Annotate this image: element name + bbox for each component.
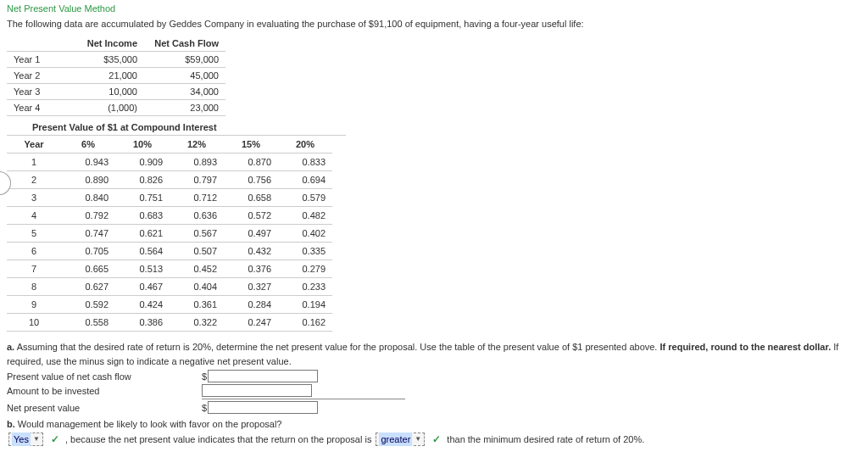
page-title: Net Present Value Method — [7, 3, 861, 14]
pv-cell: 10 — [7, 314, 61, 332]
pv-cell: 0.579 — [278, 189, 332, 207]
pv-cell: 9 — [7, 296, 61, 314]
year-cell: Year 3 — [7, 84, 63, 100]
col-net-income: Net Income — [63, 36, 144, 52]
pv-cell: 0.792 — [61, 207, 115, 225]
pv-cell: 0.284 — [224, 296, 278, 314]
pv-cell: 0.513 — [115, 260, 170, 278]
pv-cell: 0.194 — [278, 296, 332, 314]
dropdown-yes-no[interactable]: Yes ▼ — [8, 432, 43, 446]
check-icon: ✓ — [432, 433, 441, 445]
pv-cell: 0.826 — [115, 171, 170, 189]
question-b: b. Would management be likely to look wi… — [7, 417, 861, 432]
b-mid-text: , because the net present value indicate… — [63, 434, 375, 444]
pv-cell: 0.558 — [61, 314, 115, 332]
pv-h3: 12% — [170, 136, 224, 153]
pv-cell: 0.592 — [61, 296, 115, 314]
pv-cell: 0.712 — [170, 189, 224, 207]
pv-cell: 0.162 — [278, 314, 332, 332]
table-header-row: Year 6% 10% 12% 15% 20% — [7, 136, 332, 153]
pv-cell: 0.621 — [115, 225, 170, 243]
pv-table: Year 6% 10% 12% 15% 20% 10.9430.9090.893… — [7, 136, 332, 332]
table-header-row: Net Income Net Cash Flow — [7, 36, 225, 52]
check-icon: ✓ — [51, 433, 59, 445]
pv-cell: 0.247 — [224, 314, 278, 332]
dropdown-value: greater — [379, 432, 412, 447]
pv-cell: 0.840 — [61, 189, 115, 207]
input-npv[interactable] — [208, 401, 318, 414]
ncf-cell: 34,000 — [144, 84, 225, 100]
q-a-text-1: Assuming that the desired rate of return… — [14, 342, 659, 352]
pv-cell: 0.572 — [224, 207, 278, 225]
pv-cell: 0.705 — [61, 243, 115, 260]
dollar-sign: $ — [202, 403, 207, 413]
pv-cell: 0.361 — [170, 296, 224, 314]
input-pv-ncf[interactable] — [208, 370, 318, 382]
pv-cell: 0.404 — [170, 278, 224, 296]
col-blank — [7, 36, 63, 52]
table-row: 10.9430.9090.8930.8700.833 — [7, 153, 332, 171]
pv-cell: 0.683 — [115, 207, 170, 225]
pv-cell: 0.279 — [278, 260, 332, 278]
pv-cell: 0.943 — [61, 153, 115, 171]
pv-cell: 0.797 — [170, 171, 224, 189]
table-row: 60.7050.5640.5070.4320.335 — [7, 243, 332, 260]
table-row: Year 1 $35,000 $59,000 — [7, 52, 225, 68]
pv-cell: 3 — [7, 189, 61, 207]
label-npv: Net present value — [7, 403, 202, 413]
pv-cell: 0.424 — [115, 296, 170, 314]
table-row: 100.5580.3860.3220.2470.162 — [7, 314, 332, 332]
label-amount-invested: Amount to be invested — [7, 386, 202, 396]
pv-cell: 0.636 — [170, 207, 224, 225]
pv-cell: 0.497 — [224, 225, 278, 243]
pv-cell: 6 — [7, 243, 61, 260]
pv-cell: 0.322 — [170, 314, 224, 332]
pv-cell: 8 — [7, 278, 61, 296]
col-net-cash-flow: Net Cash Flow — [144, 36, 225, 52]
pv-cell: 0.402 — [278, 225, 332, 243]
pv-cell: 0.376 — [224, 260, 278, 278]
input-amount-invested[interactable] — [202, 384, 312, 397]
dropdown-value: Yes — [12, 432, 31, 447]
q-b-text-1: Would management be likely to look with … — [15, 419, 282, 429]
pv-h4: 15% — [224, 136, 278, 153]
pv-cell: 0.233 — [278, 278, 332, 296]
pv-cell: 0.452 — [170, 260, 224, 278]
dollar-sign: $ — [202, 371, 207, 382]
year-cell: Year 4 — [7, 100, 63, 116]
question-a: a. Assuming that the desired rate of ret… — [7, 340, 861, 368]
pv-cell: 0.564 — [115, 243, 170, 260]
pv-h2: 10% — [115, 136, 170, 153]
table-row: Year 2 21,000 45,000 — [7, 68, 225, 84]
pv-caption: Present Value of $1 at Compound Interest — [7, 120, 346, 136]
table-row: Year 4 (1,000) 23,000 — [7, 100, 225, 116]
table-row: 40.7920.6830.6360.5720.482 — [7, 207, 332, 225]
table-row: 30.8400.7510.7120.6580.579 — [7, 189, 332, 207]
chevron-down-icon: ▼ — [33, 434, 40, 444]
table-row: 80.6270.4670.4040.3270.233 — [7, 278, 332, 296]
year-cell: Year 1 — [7, 52, 63, 68]
divider — [202, 399, 405, 399]
intro-text: The following data are accumulated by Ge… — [7, 19, 861, 29]
pv-cell: 5 — [7, 225, 61, 243]
b-tail-text: than the minimum desired rate of return … — [444, 434, 644, 444]
pv-cell: 0.482 — [278, 207, 332, 225]
answer-b-line: Yes ▼ ✓ , because the net present value … — [7, 432, 861, 447]
pv-cell: 0.870 — [224, 153, 278, 171]
ni-cell: 21,000 — [63, 68, 144, 84]
q-b-prefix: b. — [7, 419, 15, 429]
pv-cell: 7 — [7, 260, 61, 278]
ncf-cell: 23,000 — [144, 100, 225, 116]
year-cell: Year 2 — [7, 68, 63, 84]
dropdown-greater-less[interactable]: greater ▼ — [376, 432, 425, 446]
pv-cell: 2 — [7, 171, 61, 189]
pv-cell: 4 — [7, 207, 61, 225]
q-a-bold: If required, round to the nearest dollar… — [660, 342, 832, 352]
q-a-prefix: a. — [7, 342, 14, 352]
pv-cell: 0.658 — [224, 189, 278, 207]
ni-cell: $35,000 — [63, 52, 144, 68]
pv-cell: 0.751 — [115, 189, 170, 207]
pv-h1: 6% — [61, 136, 115, 153]
ncf-cell: $59,000 — [144, 52, 225, 68]
ncf-cell: 45,000 — [144, 68, 225, 84]
